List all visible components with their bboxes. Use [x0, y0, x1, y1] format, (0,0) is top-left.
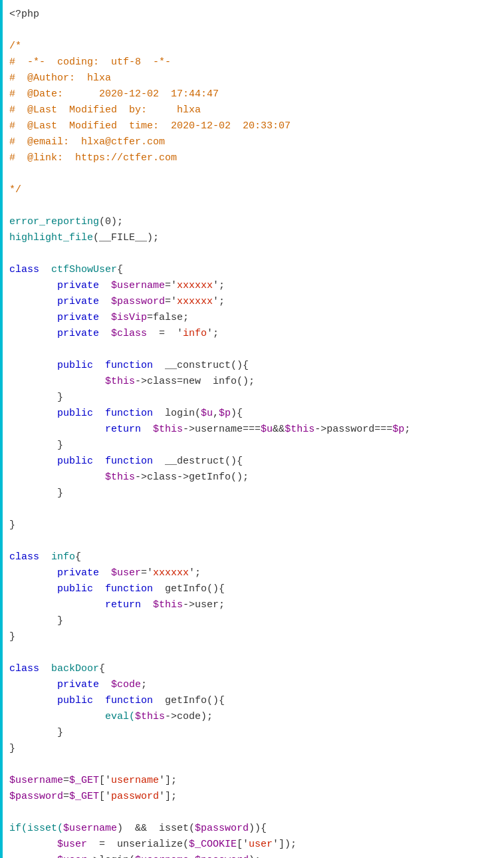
code-container: <?php /*# -*- coding: utf-8 -*-# @Author… [0, 0, 504, 858]
line [9, 246, 497, 262]
line: private $user='xxxxxx'; [9, 565, 497, 581]
line: } [9, 390, 497, 406]
line: <?php [9, 7, 497, 23]
line: # @link: https://ctfer.com [9, 150, 497, 166]
line: $this->class=new info(); [9, 374, 497, 390]
line [9, 166, 497, 182]
line: # @email: hlxa@ctfer.com [9, 134, 497, 150]
line: class ctfShowUser{ [9, 262, 497, 278]
line: # @Date: 2020-12-02 17:44:47 [9, 86, 497, 102]
line: if(isset($username) && isset($password))… [9, 821, 497, 837]
line: private $isVip=false; [9, 310, 497, 326]
line: $password=$_GET['password']; [9, 789, 497, 805]
line [9, 757, 497, 773]
line: /* [9, 39, 497, 55]
line: } [9, 613, 497, 629]
line: highlight_file(__FILE__); [9, 230, 497, 246]
line: error_reporting(0); [9, 214, 497, 230]
line: } [9, 438, 497, 454]
line: # @Last Modified by: hlxa [9, 102, 497, 118]
line: $username=$_GET['username']; [9, 773, 497, 789]
line: } [9, 629, 497, 645]
line: public function getInfo(){ [9, 693, 497, 709]
line: } [9, 517, 497, 533]
line: private $password='xxxxxx'; [9, 294, 497, 310]
line [9, 501, 497, 517]
line: # -*- coding: utf-8 -*- [9, 55, 497, 71]
line: eval($this->code); [9, 709, 497, 725]
line: # @Author: hlxa [9, 71, 497, 86]
line: private $username='xxxxxx'; [9, 278, 497, 294]
line: class backDoor{ [9, 661, 497, 677]
line [9, 342, 497, 358]
line: } [9, 741, 497, 757]
line: public function __construct(){ [9, 358, 497, 374]
line [9, 533, 497, 549]
line: class info{ [9, 549, 497, 565]
line: } [9, 486, 497, 501]
line [9, 23, 497, 39]
code-block: <?php /*# -*- coding: utf-8 -*-# @Author… [9, 7, 497, 858]
line: public function login($u,$p){ [9, 406, 497, 422]
line: private $code; [9, 677, 497, 693]
line [9, 805, 497, 821]
line: $this->class->getInfo(); [9, 470, 497, 486]
line: $user->login($username,$password); [9, 853, 497, 858]
line: return $this->username===$u&&$this->pass… [9, 422, 497, 438]
line: $user = unserialize($_COOKIE['user']); [9, 837, 497, 853]
line: return $this->user; [9, 597, 497, 613]
line: private $class = 'info'; [9, 326, 497, 342]
line: # @Last Modified time: 2020-12-02 20:33:… [9, 118, 497, 134]
line: } [9, 725, 497, 741]
line: public function getInfo(){ [9, 581, 497, 597]
line [9, 645, 497, 661]
line [9, 198, 497, 214]
line: */ [9, 182, 497, 198]
line: public function __destruct(){ [9, 454, 497, 470]
